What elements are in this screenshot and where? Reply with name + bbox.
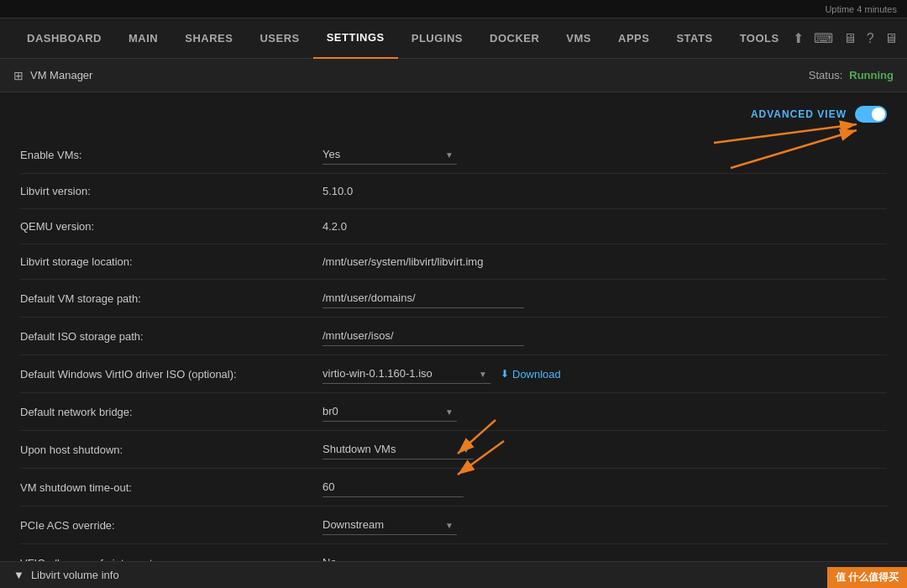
select-network-bridge[interactable]: br0 — [322, 402, 457, 422]
control-iso-storage-path — [322, 326, 524, 346]
select-host-shutdown[interactable]: Shutdown VMs Suspend VMs — [322, 439, 474, 459]
nav-plugins[interactable]: PLUGINS — [398, 18, 476, 59]
uptime-display: Uptime 4 minutes — [825, 4, 897, 14]
label-pcie-acs: PCIe ACS override: — [20, 519, 322, 532]
form-row-host-shutdown: Upon host shutdown: Shutdown VMs Suspend… — [20, 431, 887, 469]
status-label: Status: — [809, 69, 842, 81]
advanced-view-row: ADVANCED VIEW — [20, 106, 887, 123]
footer-label: Libvirt volume info — [31, 569, 119, 581]
nav-items: DASHBOARD MAIN SHARES USERS SETTINGS PLU… — [13, 18, 793, 59]
main-content: ADVANCED VIEW Enable VMs: Yes No ▼ Libvi… — [0, 92, 907, 588]
label-virtio-driver: Default Windows VirtIO driver ISO (optio… — [20, 368, 322, 381]
advanced-view-label[interactable]: ADVANCED VIEW — [751, 108, 847, 120]
input-vm-storage-path[interactable] — [322, 288, 524, 308]
top-bar: Uptime 4 minutes — [0, 0, 907, 18]
form-row-vm-storage-path: Default VM storage path: — [20, 280, 887, 318]
nav-vms[interactable]: VMS — [553, 18, 605, 59]
input-shutdown-timeout[interactable] — [322, 477, 464, 497]
label-enable-vms: Enable VMs: — [20, 149, 322, 161]
page-title-area: ⊞ VM Manager — [13, 69, 92, 82]
advanced-view-toggle[interactable] — [855, 106, 887, 123]
page-title: VM Manager — [30, 69, 92, 81]
label-iso-storage-path: Default ISO storage path: — [20, 330, 322, 343]
nav-tools[interactable]: TOOLS — [726, 18, 793, 59]
control-host-shutdown: Shutdown VMs Suspend VMs ▼ — [322, 439, 474, 459]
input-iso-storage-path[interactable] — [322, 326, 524, 346]
label-qemu-version: QEMU version: — [20, 220, 322, 233]
select-pcie-acs[interactable]: Downstream Upstream Both Off — [322, 515, 457, 535]
control-qemu-version: 4.2.0 — [322, 220, 347, 233]
form-row-qemu-version: QEMU version: 4.2.0 — [20, 209, 887, 244]
bottom-logo: 值 什么值得买 — [827, 567, 907, 588]
nav-bar: DASHBOARD MAIN SHARES USERS SETTINGS PLU… — [0, 18, 907, 59]
download-label[interactable]: Download — [512, 368, 561, 381]
label-network-bridge: Default network bridge: — [20, 406, 322, 418]
form-row-enable-vms: Enable VMs: Yes No ▼ — [20, 136, 887, 174]
form-row-shutdown-timeout: VM shutdown time-out: — [20, 469, 887, 507]
control-pcie-acs: Downstream Upstream Both Off ▼ — [322, 515, 457, 535]
nav-users[interactable]: USERS — [246, 18, 312, 59]
form-row-network-bridge: Default network bridge: br0 ▼ — [20, 393, 887, 431]
form-row-libvirt-version: Libvirt version: 5.10.0 — [20, 174, 887, 209]
status-area: Status: Running — [809, 69, 894, 81]
footer-section: ▼ Libvirt volume info — [0, 561, 907, 588]
control-virtio-driver: virtio-win-0.1.160-1.iso ▼ ⬇ Download — [322, 364, 561, 384]
footer-icon: ▼ — [13, 569, 24, 581]
value-libvirt-storage: /mnt/user/system/libvirt/libvirt.img — [322, 255, 483, 268]
nav-icon-4[interactable]: 🖥 — [884, 31, 898, 46]
label-libvirt-storage: Libvirt storage location: — [20, 255, 322, 268]
download-link[interactable]: ⬇ Download — [501, 368, 561, 381]
status-value: Running — [849, 69, 894, 81]
nav-icon-2[interactable]: ⌨ — [814, 30, 833, 46]
nav-settings[interactable]: SETTINGS — [313, 18, 398, 59]
value-qemu-version: 4.2.0 — [322, 220, 347, 233]
label-shutdown-timeout: VM shutdown time-out: — [20, 481, 322, 494]
value-libvirt-version: 5.10.0 — [322, 185, 353, 197]
control-network-bridge: br0 ▼ — [322, 402, 457, 422]
download-icon: ⬇ — [501, 368, 509, 380]
nav-main[interactable]: MAIN — [115, 18, 171, 59]
nav-icon-group: ⬆ ⌨ 🖥 ? 🖥 ≡ ⏻ — [793, 30, 907, 46]
nav-icon-3[interactable]: 🖥 — [843, 31, 857, 46]
form-row-pcie-acs: PCIe ACS override: Downstream Upstream B… — [20, 507, 887, 544]
page-header: ⊞ VM Manager Status: Running — [0, 59, 907, 92]
nav-shares[interactable]: SHARES — [171, 18, 246, 59]
nav-stats[interactable]: STATS — [663, 18, 726, 59]
control-shutdown-timeout — [322, 477, 464, 497]
select-virtio-driver[interactable]: virtio-win-0.1.160-1.iso — [322, 364, 490, 384]
control-enable-vms: Yes No ▼ — [322, 144, 457, 165]
label-host-shutdown: Upon host shutdown: — [20, 444, 322, 456]
control-libvirt-storage: /mnt/user/system/libvirt/libvirt.img — [322, 255, 483, 268]
control-libvirt-version: 5.10.0 — [322, 185, 353, 197]
vm-settings-form: Enable VMs: Yes No ▼ Libvirt version: 5.… — [20, 136, 887, 582]
nav-dashboard[interactable]: DASHBOARD — [13, 18, 115, 59]
nav-apps[interactable]: APPS — [605, 18, 663, 59]
nav-icon-help[interactable]: ? — [867, 31, 874, 46]
vm-manager-icon: ⊞ — [13, 69, 24, 82]
form-row-libvirt-storage: Libvirt storage location: /mnt/user/syst… — [20, 244, 887, 280]
label-vm-storage-path: Default VM storage path: — [20, 292, 322, 305]
form-row-virtio-driver: Default Windows VirtIO driver ISO (optio… — [20, 355, 887, 393]
select-enable-vms[interactable]: Yes No — [322, 144, 457, 165]
nav-icon-1[interactable]: ⬆ — [793, 30, 804, 46]
control-vm-storage-path — [322, 288, 524, 308]
label-libvirt-version: Libvirt version: — [20, 185, 322, 197]
form-row-iso-storage-path: Default ISO storage path: — [20, 318, 887, 355]
nav-docker[interactable]: DOCKER — [476, 18, 553, 59]
